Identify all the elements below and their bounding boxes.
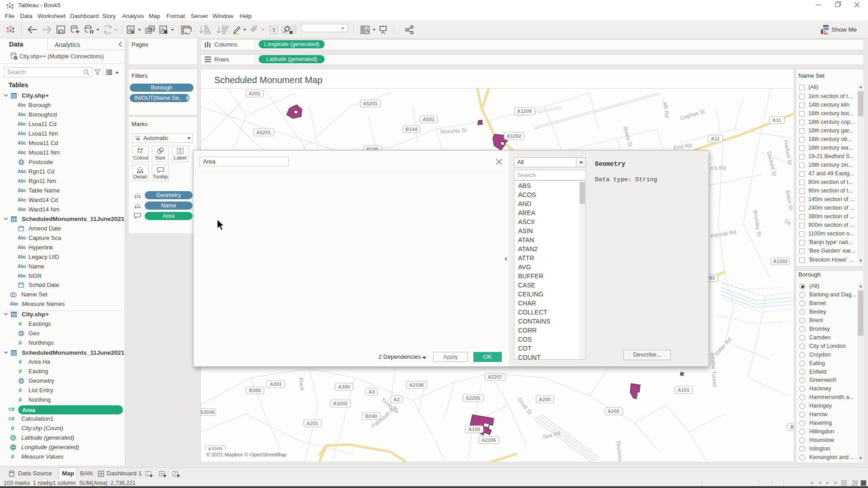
svg-text:A5201: A5201 — [256, 130, 271, 135]
svg-text:A5201: A5201 — [363, 101, 377, 106]
svg-text:A1209: A1209 — [517, 108, 532, 114]
svg-text:A2198: A2198 — [409, 382, 424, 388]
svg-text:A100: A100 — [468, 427, 480, 432]
svg-text:T: T — [272, 27, 276, 33]
svg-text:A501: A501 — [423, 117, 434, 122]
svg-text:Druid St: Druid St — [516, 396, 533, 416]
svg-text:Spa Rd: Spa Rd — [542, 430, 561, 440]
svg-text:Salter Rd: Salter Rd — [713, 336, 733, 357]
svg-text:Drummond: Drummond — [615, 441, 624, 462]
svg-text:B300: B300 — [249, 388, 261, 393]
svg-text:Worship St: Worship St — [440, 127, 467, 135]
svg-text:B144: B144 — [406, 127, 418, 132]
svg-text:erhithe Tunnel: erhithe Tunnel — [709, 352, 718, 387]
svg-text:© 2021 Mapbox © OpenStreetMap: © 2021 Mapbox © OpenStreetMap — [206, 452, 286, 457]
svg-text:A11: A11 — [711, 136, 720, 141]
svg-text:Sa: Sa — [783, 217, 793, 226]
svg-text:A3202: A3202 — [333, 401, 348, 406]
svg-text:A1203: A1203 — [773, 258, 788, 264]
svg-text:A1202: A1202 — [507, 133, 521, 139]
svg-text:T: T — [179, 149, 181, 154]
svg-text:A201: A201 — [249, 91, 260, 96]
svg-text:A300: A300 — [338, 384, 350, 389]
svg-text:B2: B2 — [790, 424, 794, 430]
svg-text:...ath Rd: ...ath Rd — [661, 97, 670, 118]
svg-text:Black: Black — [298, 377, 306, 391]
svg-text:A2207: A2207 — [488, 374, 502, 380]
svg-text:A3036: A3036 — [201, 409, 214, 415]
svg-text:A201: A201 — [307, 421, 318, 426]
svg-text:A3: A3 — [368, 389, 375, 394]
svg-text:A2206: A2206 — [481, 437, 496, 443]
svg-text:Aston St: Aston St — [784, 189, 794, 211]
svg-text:B240: B240 — [365, 413, 377, 419]
svg-text:Bromley St: Bromley St — [752, 210, 763, 237]
svg-text:A2: A2 — [393, 397, 400, 402]
svg-text:A200: A200 — [608, 408, 619, 414]
svg-text:A200: A200 — [539, 397, 551, 402]
svg-text:A301: A301 — [270, 381, 282, 387]
svg-text:n's Rd: n's Rd — [711, 165, 726, 171]
svg-text:A2205: A2205 — [466, 395, 480, 401]
svg-text:Duckett St: Duckett St — [766, 151, 778, 177]
svg-text:Cephas St: Cephas St — [679, 108, 706, 122]
svg-text:A101: A101 — [678, 387, 689, 393]
svg-text:mercial Rd: mercial Rd — [710, 229, 736, 239]
svg-text:A11: A11 — [772, 117, 781, 123]
